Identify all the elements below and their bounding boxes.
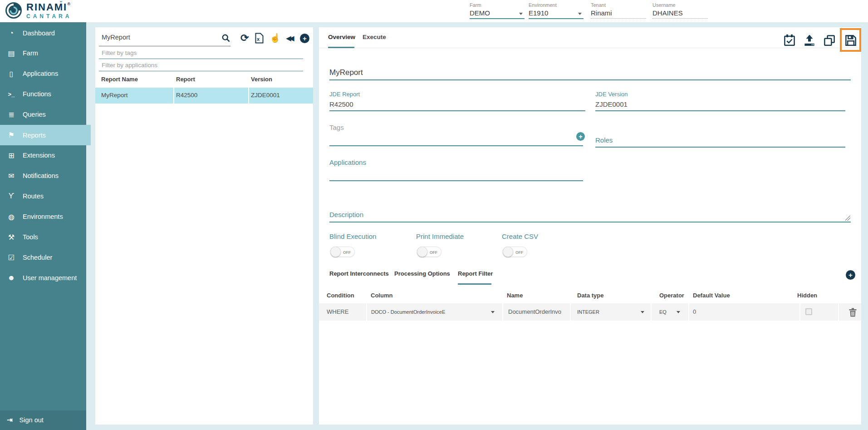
cell-divider: [366, 303, 367, 321]
copy-icon[interactable]: [823, 34, 836, 47]
create-csv-label: Create CSV: [502, 232, 538, 240]
report-search: [99, 31, 230, 44]
add-filter-button[interactable]: +: [846, 270, 855, 280]
branch-icon: ϒ: [7, 192, 16, 200]
sidebar-item-scheduler[interactable]: ☑Scheduler: [0, 248, 86, 267]
filter-tags-input[interactable]: [99, 47, 303, 59]
sidebar-item-functions[interactable]: >_Functions: [0, 85, 86, 103]
filter-row: WHERE DOCO - DocumentOrderInvoiceE Docum…: [319, 303, 861, 321]
sidebar-item-queries[interactable]: ≣Queries: [0, 105, 86, 124]
report-search-input[interactable]: [99, 31, 218, 44]
add-report-button[interactable]: +: [300, 34, 309, 43]
brand-text: RINAMI®⌄ CANTARA: [26, 2, 72, 19]
applications-underline: [329, 180, 583, 181]
description-label: Description: [329, 211, 363, 218]
cantara-logo-icon: [5, 1, 23, 20]
tab-overview[interactable]: Overview: [328, 34, 355, 40]
blind-execution-toggle[interactable]: OFF: [330, 247, 355, 257]
chevron-down-icon[interactable]: [491, 311, 495, 313]
hand-pointer-icon[interactable]: ☝: [270, 33, 281, 43]
jde-version-underline: [595, 110, 845, 111]
col-name: Name: [507, 292, 523, 299]
users-icon: ☻: [7, 274, 16, 282]
active-tab-underline: [328, 47, 354, 48]
column-select[interactable]: DOCO - DocumentOrderInvoiceE: [371, 309, 445, 315]
filter-by-applications: [99, 59, 303, 71]
detail-tabs: Overview Execute: [319, 27, 861, 48]
tags-underline: [329, 145, 583, 146]
sidebar-item-label: Environments: [23, 213, 63, 220]
top-header: RINAMI®⌄ CANTARA Farm DEMO Environment E…: [0, 0, 868, 22]
sidebar-item-applications[interactable]: ▯Applications: [0, 64, 86, 83]
sidebar-item-extensions[interactable]: ⊞Extensions: [0, 146, 86, 164]
search-icon[interactable]: [221, 34, 230, 43]
brand-logo: RINAMI®⌄ CANTARA: [5, 1, 72, 20]
farm-select[interactable]: Farm DEMO: [470, 2, 525, 19]
farm-value[interactable]: DEMO: [470, 9, 525, 19]
data-type-select[interactable]: INTEGER: [577, 309, 599, 315]
jde-report-label: JDE Report: [329, 91, 360, 98]
brand-title: RINAMI®⌄: [26, 1, 71, 13]
delete-filter-icon[interactable]: [848, 308, 857, 317]
filter-apps-input[interactable]: [99, 59, 303, 71]
rewind-icon[interactable]: ◀◀: [286, 35, 294, 42]
tab-report-filter[interactable]: Report Filter: [458, 270, 493, 277]
tab-execute[interactable]: Execute: [363, 34, 386, 40]
jde-report-value[interactable]: R42500: [329, 100, 353, 108]
textarea-resize-handle[interactable]: [845, 216, 850, 221]
sign-out-button[interactable]: ⇥Sign out: [0, 411, 86, 429]
tab-processing-options[interactable]: Processing Options: [394, 270, 450, 277]
cell-divider: [688, 303, 689, 321]
upload-icon[interactable]: [803, 34, 816, 47]
tenant-label: Tenant: [591, 2, 646, 8]
tablet-icon: ▯: [7, 69, 16, 78]
chevron-down-icon[interactable]: [677, 311, 680, 313]
print-immediate-toggle[interactable]: OFF: [417, 247, 441, 257]
server-icon: ▤: [7, 49, 16, 58]
add-tag-button[interactable]: +: [576, 132, 585, 141]
sidebar-item-user-management[interactable]: ☻User management: [0, 269, 86, 287]
col-column: Column: [371, 292, 392, 299]
sign-out-label: Sign out: [20, 416, 44, 424]
chevron-down-icon[interactable]: [519, 13, 523, 15]
active-subtab-underline: [458, 283, 491, 285]
sidebar-item-label: Reports: [23, 132, 46, 139]
report-name-input[interactable]: [329, 67, 851, 78]
tab-report-interconnects[interactable]: Report Interconnects: [329, 270, 389, 277]
environment-select[interactable]: Environment E1910: [529, 2, 584, 19]
default-value-input[interactable]: 0: [693, 308, 696, 315]
sidebar-item-label: Notifications: [23, 172, 59, 179]
sidebar-item-reports[interactable]: ⚑Reports: [0, 125, 91, 145]
sidebar-item-farm[interactable]: ▤Farm: [0, 44, 86, 62]
toggle-knob: [330, 247, 341, 257]
col-operator: Operator: [659, 292, 684, 299]
create-csv-toggle[interactable]: OFF: [503, 247, 527, 257]
jde-version-value[interactable]: ZJDE0001: [595, 100, 628, 108]
brand-subtitle: CANTARA: [26, 14, 72, 19]
hidden-checkbox[interactable]: [805, 308, 812, 315]
sidebar-item-notifications[interactable]: ✉Notifications: [0, 167, 86, 185]
cell-divider: [570, 303, 571, 321]
refresh-icon[interactable]: ⟳: [240, 34, 249, 43]
tags-placeholder[interactable]: Tags: [329, 124, 344, 131]
report-row-selected[interactable]: MyReport R42500 ZJDE0001: [95, 88, 313, 104]
globe-icon: ◍: [7, 213, 16, 221]
sidebar-item-tools[interactable]: ⚒Tools: [0, 228, 86, 246]
report-name-underline: [329, 79, 851, 80]
tenant-value: Rinami: [591, 9, 646, 19]
chevron-down-icon[interactable]: [641, 311, 644, 313]
sidebar-item-dashboard[interactable]: ◔Dashboard: [0, 24, 86, 42]
environment-value[interactable]: E1910: [529, 9, 584, 19]
operator-select[interactable]: EQ: [659, 309, 667, 315]
sidebar-item-environments[interactable]: ◍Environments: [0, 208, 86, 226]
filter-name-input[interactable]: DocumentOrderInvo: [508, 308, 561, 315]
plus-icon: +: [303, 35, 307, 42]
schedule-report-icon[interactable]: [783, 34, 796, 47]
chevron-down-icon[interactable]: [578, 13, 582, 15]
dashboard-icon: ◔: [7, 29, 16, 37]
username-label: Username: [652, 2, 708, 8]
excel-export-icon[interactable]: x: [255, 33, 264, 44]
sidebar-item-routes[interactable]: ϒRoutes: [0, 187, 86, 205]
filter-by-tags: [99, 47, 303, 59]
sidebar-item-label: Applications: [23, 70, 58, 77]
